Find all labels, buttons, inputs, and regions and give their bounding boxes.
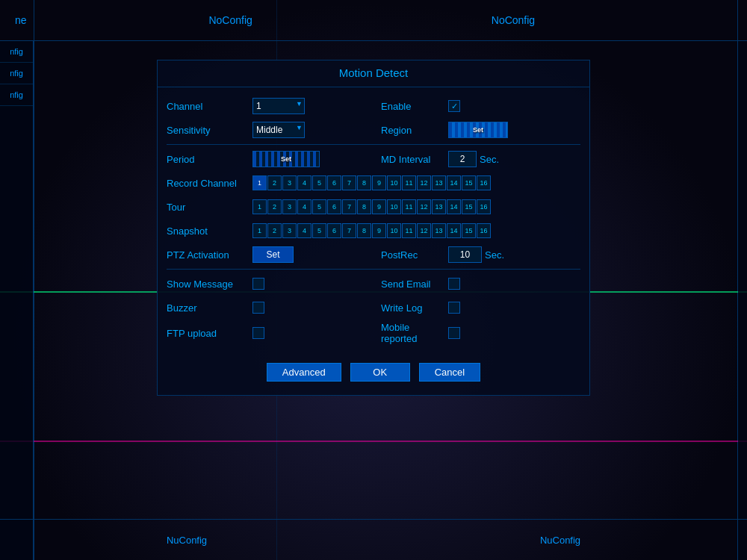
record-channel-row: Record Channel 1 2 3 4 5 6 7 8 9 10 11 1…	[167, 173, 580, 193]
ptz-row: PTZ Activation Set PostRec 10 Sec.	[167, 245, 580, 264]
tour-ch-8[interactable]: 8	[357, 199, 371, 214]
snap-ch-4[interactable]: 4	[297, 223, 311, 238]
ch-15[interactable]: 15	[462, 175, 476, 190]
region-display[interactable]: Set	[448, 122, 508, 138]
ch-13[interactable]: 13	[432, 175, 446, 190]
tour-ch-15[interactable]: 15	[462, 199, 476, 214]
snap-ch-11[interactable]: 11	[402, 223, 416, 238]
tour-ch-14[interactable]: 14	[447, 199, 461, 214]
buzzer-checkbox[interactable]	[252, 302, 264, 314]
tour-label: Tour	[167, 202, 252, 213]
ch-16[interactable]: 16	[477, 175, 491, 190]
bottom-right-label: NuConfig	[540, 535, 580, 546]
send-email-checkbox[interactable]	[448, 278, 460, 290]
tour-ch-11[interactable]: 11	[402, 199, 416, 214]
record-channel-label: Record Channel	[167, 178, 252, 189]
sidebar-item-1: nfig	[0, 41, 33, 63]
write-log-label: Write Log	[381, 302, 448, 314]
snap-ch-7[interactable]: 7	[342, 223, 356, 238]
mobile-reported-checkbox[interactable]	[448, 327, 460, 339]
snap-ch-15[interactable]: 15	[462, 223, 476, 238]
ch-4[interactable]: 4	[297, 175, 311, 190]
channel-label: Channel	[167, 101, 252, 112]
snapshot-channel-numbers: 1 2 3 4 5 6 7 8 9 10 11 12 13 14 15 16	[252, 223, 491, 238]
tour-ch-13[interactable]: 13	[432, 199, 446, 214]
ch-10[interactable]: 10	[387, 175, 401, 190]
region-label: Region	[381, 125, 448, 136]
snap-ch-5[interactable]: 5	[312, 223, 326, 238]
ptz-set-button[interactable]: Set	[252, 246, 294, 263]
tour-ch-1[interactable]: 1	[252, 199, 267, 214]
sensitivity-select[interactable]: MiddleLowHigh	[252, 122, 305, 138]
snap-ch-9[interactable]: 9	[372, 223, 386, 238]
show-message-checkbox[interactable]	[252, 278, 264, 290]
tour-ch-12[interactable]: 12	[417, 199, 431, 214]
snap-ch-12[interactable]: 12	[417, 223, 431, 238]
cancel-button[interactable]: Cancel	[419, 363, 480, 382]
tour-ch-9[interactable]: 9	[372, 199, 386, 214]
ch-12[interactable]: 12	[417, 175, 431, 190]
ch-14[interactable]: 14	[447, 175, 461, 190]
snap-ch-10[interactable]: 10	[387, 223, 401, 238]
bottom-left-label: NuConfig	[167, 535, 207, 546]
ch-8[interactable]: 8	[357, 175, 371, 190]
sensitivity-label: Sensitivity	[167, 125, 252, 136]
ch-3[interactable]: 3	[282, 175, 297, 190]
period-label: Period	[167, 154, 252, 165]
snap-ch-14[interactable]: 14	[447, 223, 461, 238]
md-interval-label: MD Interval	[381, 154, 448, 165]
snap-ch-6[interactable]: 6	[327, 223, 341, 238]
buzzer-row: Buzzer Write Log	[167, 298, 580, 317]
ftp-row: FTP upload Mobile reported	[167, 322, 580, 344]
tour-ch-7[interactable]: 7	[342, 199, 356, 214]
tour-ch-4[interactable]: 4	[297, 199, 311, 214]
sensitivity-row: Sensitivity MiddleLowHigh Region Set	[167, 120, 580, 140]
tour-ch-16[interactable]: 16	[477, 199, 491, 214]
channel-select[interactable]: 1234	[252, 98, 305, 114]
ch-1[interactable]: 1	[252, 175, 267, 190]
send-email-label: Send Email	[381, 279, 448, 290]
dialog-title: Motion Detect	[158, 60, 589, 87]
ch-2[interactable]: 2	[267, 175, 282, 190]
tour-ch-10[interactable]: 10	[387, 199, 401, 214]
ch-7[interactable]: 7	[342, 175, 356, 190]
snap-ch-8[interactable]: 8	[357, 223, 371, 238]
ch-5[interactable]: 5	[312, 175, 326, 190]
snap-ch-13[interactable]: 13	[432, 223, 446, 238]
vline-left	[34, 0, 34, 560]
enable-label: Enable	[381, 101, 448, 112]
md-interval-input[interactable]: 2	[448, 151, 477, 167]
top-bar: ne NoConfig NoConfig	[0, 0, 747, 41]
postrec-input[interactable]: 10	[448, 246, 482, 263]
sidebar-item-3: nfig	[0, 84, 33, 106]
right-sidebar	[738, 41, 747, 560]
bottom-bar: NuConfig NuConfig	[0, 519, 747, 560]
md-interval-unit: Sec.	[480, 154, 499, 165]
snap-ch-16[interactable]: 16	[477, 223, 491, 238]
channel-select-wrapper[interactable]: 1234	[252, 98, 305, 114]
write-log-checkbox[interactable]	[448, 302, 460, 314]
tour-ch-5[interactable]: 5	[312, 199, 326, 214]
sensitivity-select-wrapper[interactable]: MiddleLowHigh	[252, 122, 305, 138]
ch-6[interactable]: 6	[327, 175, 341, 190]
top-bar-center-right-label: NoConfig	[492, 14, 535, 26]
ch-11[interactable]: 11	[402, 175, 416, 190]
period-row: Period Set MD Interval 2 Sec.	[167, 149, 580, 169]
snap-ch-2[interactable]: 2	[267, 223, 282, 238]
ch-9[interactable]: 9	[372, 175, 386, 190]
channel-row: Channel 1234 Enable	[167, 96, 580, 116]
tour-ch-6[interactable]: 6	[327, 199, 341, 214]
postrec-label: PostRec	[381, 249, 448, 261]
period-display[interactable]: Set	[252, 151, 320, 167]
postrec-unit: Sec.	[485, 249, 504, 261]
tour-ch-2[interactable]: 2	[267, 199, 282, 214]
tour-ch-3[interactable]: 3	[282, 199, 297, 214]
motion-detect-dialog: Motion Detect Channel 1234 Enable Sensit…	[157, 60, 590, 396]
ok-button[interactable]: OK	[350, 363, 410, 382]
top-bar-center-left-label: NoConfig	[208, 14, 252, 26]
enable-checkbox[interactable]	[448, 100, 460, 112]
snap-ch-3[interactable]: 3	[282, 223, 297, 238]
snap-ch-1[interactable]: 1	[252, 223, 267, 238]
advanced-button[interactable]: Advanced	[267, 363, 341, 382]
ftp-upload-checkbox[interactable]	[252, 327, 264, 339]
